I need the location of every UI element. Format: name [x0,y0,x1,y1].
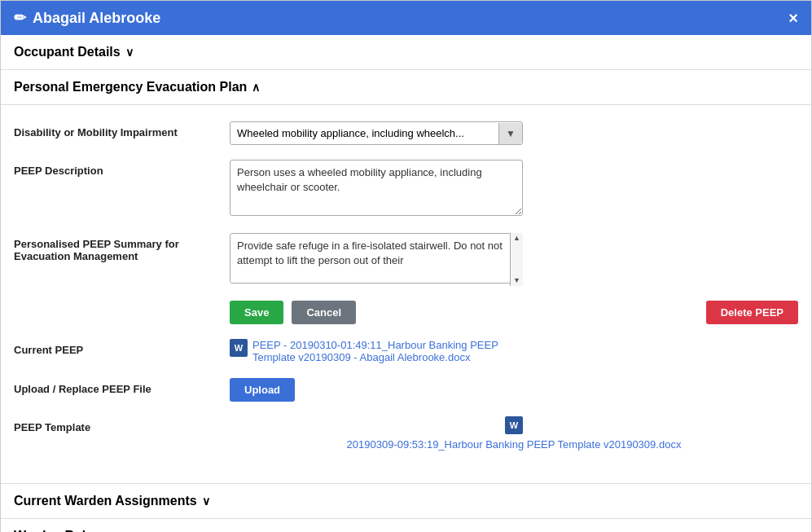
occupant-details-label: Occupant Details [14,45,121,59]
peep-description-label: PEEP Description [14,160,230,177]
current-peep-control: W PEEP - 20190310-01:49:11_Harbour Banki… [230,339,798,363]
peep-description-control [230,160,798,218]
peep-summary-label: Personalised PEEP Summary for Evacuation… [14,233,230,262]
modal-header: ✏ Abagail Alebrooke × [1,1,811,35]
current-peep-filename: PEEP - 20190310-01:49:11_Harbour Banking… [252,339,539,363]
warden-roles-label: Warden Roles [14,529,100,532]
disability-row: Disability or Mobility Impairment Wheele… [14,121,798,145]
warden-assignments-header[interactable]: Current Warden Assignments ∨ [1,484,811,519]
disability-select[interactable]: Wheeled mobility appliance, including wh… [230,122,498,144]
occupant-details-chevron: ∨ [125,46,134,59]
warden-roles-header[interactable]: Warden Roles ∨ [1,519,811,532]
cancel-button[interactable]: Cancel [292,301,356,324]
disability-control: Wheeled mobility appliance, including wh… [230,121,798,145]
close-button[interactable]: × [788,10,798,26]
peep-summary-row: Personalised PEEP Summary for Evacuation… [14,233,798,286]
peep-section-body: Disability or Mobility Impairment Wheele… [1,105,811,484]
modal-title: ✏ Abagail Alebrooke [14,9,160,27]
peep-template-row: PEEP Template W 20190309-09:53:19_Harbou… [14,416,798,452]
disability-select-arrow: ▼ [498,123,522,144]
scroll-down-arrow[interactable]: ▼ [513,277,520,284]
peep-template-word-icon: W [505,416,523,434]
current-peep-word-icon: W [230,339,248,357]
edit-icon: ✏ [14,9,26,27]
warden-assignments-chevron: ∨ [202,495,210,508]
upload-button[interactable]: Upload [230,378,295,402]
buttons-row: Save Cancel Delete PEEP [230,301,798,324]
delete-peep-button[interactable]: Delete PEEP [706,301,798,324]
upload-peep-label: Upload / Replace PEEP File [14,378,230,395]
upload-peep-row: Upload / Replace PEEP File Upload [14,378,798,402]
disability-select-wrapper[interactable]: Wheeled mobility appliance, including wh… [230,121,523,145]
upload-peep-control: Upload [230,378,798,402]
current-peep-row: Current PEEP W PEEP - 20190310-01:49:11_… [14,339,798,363]
peep-summary-input[interactable] [230,233,523,284]
peep-template-control: W 20190309-09:53:19_Harbour Banking PEEP… [230,416,798,452]
warden-assignments-label: Current Warden Assignments [14,494,197,508]
current-peep-label: Current PEEP [14,339,230,356]
peep-template-filename: 20190309-09:53:19_Harbour Banking PEEP T… [347,437,682,452]
peep-description-input[interactable] [230,160,523,216]
modal: ✏ Abagail Alebrooke × Occupant Details ∨… [0,0,812,532]
peep-description-row: PEEP Description [14,160,798,218]
save-button[interactable]: Save [230,301,283,324]
peep-summary-scrollbar: ▲ ▼ [510,233,523,286]
peep-template-file[interactable]: W 20190309-09:53:19_Harbour Banking PEEP… [230,416,798,452]
current-peep-file-link[interactable]: W PEEP - 20190310-01:49:11_Harbour Banki… [230,339,539,363]
peep-template-label: PEEP Template [14,416,230,433]
peep-summary-control: ▲ ▼ [230,233,798,286]
peep-section-chevron: ∧ [252,81,260,94]
peep-summary-wrapper: ▲ ▼ [230,233,523,286]
modal-title-text: Abagail Alebrooke [33,10,160,27]
occupant-details-header[interactable]: Occupant Details ∨ [1,35,811,70]
disability-label: Disability or Mobility Impairment [14,121,230,138]
scroll-up-arrow[interactable]: ▲ [513,235,520,242]
peep-section-label: Personal Emergency Evacuation Plan [14,80,247,95]
peep-section-header[interactable]: Personal Emergency Evacuation Plan ∧ [1,70,811,105]
